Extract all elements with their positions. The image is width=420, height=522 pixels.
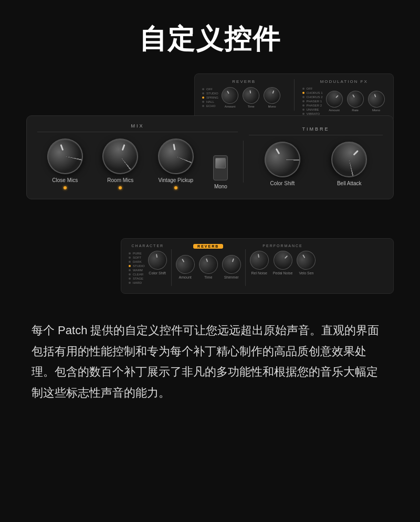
mod-dot-phaser2 xyxy=(302,104,304,106)
rev-shimmer-knob[interactable] xyxy=(219,252,244,276)
reverb-dot-spring xyxy=(202,97,204,99)
reverb-knobs: Amount Time Mono xyxy=(222,87,280,108)
modulation-section: MODULATION FX OFF CHORUS 1 xyxy=(302,79,386,115)
char-dot-dark xyxy=(129,261,131,263)
mono-group: Mono xyxy=(213,155,228,189)
mod-label-chorus2: CHORUS 2 xyxy=(307,95,323,99)
pedal-noise-knob[interactable] xyxy=(269,247,296,274)
mod-amount-knob[interactable] xyxy=(322,87,346,111)
char-label-stage: STAGE xyxy=(133,277,143,280)
mod-option-phaser1[interactable]: PHASER 1 xyxy=(302,100,323,103)
close-mics-label: Close Mics xyxy=(52,177,78,183)
reverb-dot-studio xyxy=(202,92,204,94)
mono-label: Mono xyxy=(214,184,227,189)
reverb-label-spring: SPRING xyxy=(206,96,218,99)
mod-label-phaser2: PHASER 2 xyxy=(307,104,322,107)
char-opt-dark[interactable]: DARK xyxy=(129,260,145,263)
timbre-title: TIMBRE xyxy=(249,126,383,135)
character-options: PURE SOFT DARK xyxy=(129,252,145,284)
reverb-amount-label: Amount xyxy=(225,105,236,108)
pedal-noise-group: Pedal Noise xyxy=(273,251,293,275)
mod-knob-amount[interactable]: Amount xyxy=(326,91,343,112)
char-label-warm: WARM xyxy=(133,269,143,272)
char-opt-studio[interactable]: STUDIO xyxy=(129,264,145,268)
char-opt-pure[interactable]: PURE xyxy=(129,252,145,255)
mod-label-univibe: UNIVIBE xyxy=(307,108,319,111)
mod-knob-mono[interactable]: Mono xyxy=(368,91,385,112)
char-opt-hard[interactable]: HARD xyxy=(129,281,145,284)
char-knob-group: Color Shift xyxy=(148,251,167,275)
reverb-knob-amount[interactable]: Amount xyxy=(222,87,238,108)
char-label-studio: STUDIO xyxy=(133,264,145,268)
room-mics-knob[interactable] xyxy=(98,133,143,179)
char-label-dark: DARK xyxy=(133,260,142,263)
char-opt-warm[interactable]: WARM xyxy=(129,269,145,272)
velo-sen-group: Velo Sen xyxy=(297,251,316,275)
top-divider xyxy=(294,79,295,111)
rev-time-knob[interactable] xyxy=(196,252,220,276)
mod-option-univibe[interactable]: UNIVIBE xyxy=(302,108,323,111)
velo-sen-label: Velo Sen xyxy=(299,271,313,275)
rel-noise-group: Rel Noise xyxy=(250,251,269,275)
vintage-pickup-dot xyxy=(174,186,177,189)
bell-attack-knob[interactable] xyxy=(324,134,374,185)
reverb-mono-knob[interactable] xyxy=(261,84,283,106)
char-opt-soft[interactable]: SOFT xyxy=(129,256,145,259)
reverb-knob-time[interactable]: Time xyxy=(243,87,259,108)
mid-panel: MIX Close Mics Room Mics xyxy=(26,115,394,199)
mod-knob-rate[interactable]: Rate xyxy=(347,91,364,112)
bottom-panel: CHARACTER PURE SOFT xyxy=(121,238,394,294)
reverb-option-hall[interactable]: HALL xyxy=(202,100,218,103)
toggle-inner xyxy=(215,158,226,168)
char-label-pure: PURE xyxy=(133,252,142,255)
room-mics-label: Room Mics xyxy=(107,177,133,183)
rev-amount-knob[interactable] xyxy=(172,251,198,277)
reverb-option-off[interactable]: OFF xyxy=(202,88,218,91)
char-opt-stage[interactable]: STAGE xyxy=(129,277,145,280)
reverb-options: OFF STUDIO SPRING xyxy=(202,88,218,108)
vintage-pickup-knob[interactable] xyxy=(155,136,196,177)
reverb-option-spring[interactable]: SPRING xyxy=(202,96,218,99)
mod-mono-knob[interactable] xyxy=(365,88,387,110)
close-mics-knob[interactable] xyxy=(42,133,88,179)
reverb-label-studio: STUDIO xyxy=(206,92,218,95)
vintage-pickup-label: Vintage Pickup xyxy=(159,177,194,183)
char-label-clear: CLEAR xyxy=(133,273,143,276)
reverb-option-echo[interactable]: ECHO xyxy=(202,104,218,108)
mod-rate-knob[interactable] xyxy=(344,88,367,111)
mix-title: MIX xyxy=(37,123,238,132)
reverb-amount-knob[interactable] xyxy=(218,84,242,107)
reverb-label-hall: HALL xyxy=(206,100,214,103)
mod-option-off[interactable]: OFF xyxy=(302,87,323,90)
char-colorshift-knob[interactable] xyxy=(146,249,169,271)
mono-toggle[interactable] xyxy=(213,155,228,180)
reverb-time-label: Time xyxy=(247,105,254,108)
reverb-knob-mono[interactable]: Mono xyxy=(264,87,280,108)
color-shift-label: Color Shift xyxy=(270,180,295,186)
bottom-reverb-section: REVERB Amount Time Shimmer xyxy=(176,244,241,279)
velo-sen-knob[interactable] xyxy=(293,247,319,273)
close-mics-group: Close Mics xyxy=(47,139,83,189)
description: 每个 Patch 提供的自定义控件可让您远远超出原始声音。直观的界面包括有用的性… xyxy=(26,320,394,403)
rev-shimmer-label: Shimmer xyxy=(224,275,239,279)
rel-noise-label: Rel Noise xyxy=(251,271,267,275)
rev-time-label: Time xyxy=(204,275,212,279)
char-dot-warm xyxy=(129,269,131,271)
mod-option-phaser2[interactable]: PHASER 2 xyxy=(302,104,323,107)
rel-noise-knob[interactable] xyxy=(248,249,270,271)
mix-knobs: Close Mics Room Mics Vintage Pickup xyxy=(37,139,238,189)
rev-amount-label: Amount xyxy=(179,275,192,279)
reverb-option-studio[interactable]: STUDIO xyxy=(202,92,218,95)
char-opt-clear[interactable]: CLEAR xyxy=(129,273,145,276)
reverb-time-knob[interactable] xyxy=(241,86,260,105)
mod-mono-label: Mono xyxy=(372,109,380,112)
mod-option-chorus1[interactable]: CHORUS 1 xyxy=(302,91,323,94)
mod-option-chorus2[interactable]: CHORUS 2 xyxy=(302,95,323,99)
reverb-section: REVERB OFF STUDIO xyxy=(202,79,286,115)
mod-rate-label: Rate xyxy=(352,109,359,112)
char-dot-soft xyxy=(129,257,131,259)
mod-dot-chorus1 xyxy=(302,92,304,94)
color-shift-knob[interactable] xyxy=(258,135,307,184)
char-colorshift-label: Color Shift xyxy=(149,271,166,275)
reverb-badge: REVERB xyxy=(193,244,223,249)
